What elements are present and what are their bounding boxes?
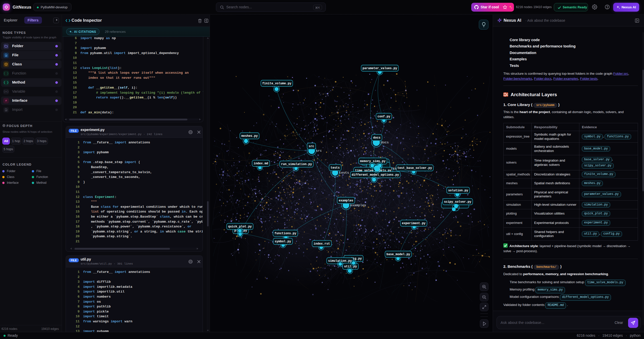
svg-text:run_simulation.py: run_simulation.py	[281, 163, 312, 166]
svg-text:scipy_solver.py: scipy_solver.py	[444, 200, 471, 204]
svg-text:index.md: index.md	[254, 162, 268, 165]
svg-text:docs: docs	[373, 136, 381, 140]
svg-text:base_model.py: base_model.py	[386, 253, 410, 256]
svg-text:tests: tests	[331, 166, 340, 170]
svg-text:examples: examples	[350, 203, 366, 207]
svg-text:different_model_options.py: different_model_options.py	[352, 173, 399, 177]
svg-text:solution.py: solution.py	[448, 189, 468, 192]
svg-text:tests: tests	[339, 171, 349, 175]
svg-text:finite_volume.py: finite_volume.py	[262, 82, 291, 85]
svg-text:docs: docs	[381, 141, 389, 144]
svg-text:functions.py: functions.py	[275, 232, 296, 235]
svg-text:experiment.py: experiment.py	[402, 222, 426, 225]
svg-text:conf.py: conf.py	[378, 115, 390, 118]
svg-text:meshes.py: meshes.py	[241, 134, 258, 138]
svg-text:examples: examples	[339, 199, 353, 202]
svg-text:memory_sims.py: memory_sims.py	[360, 160, 386, 163]
svg-text:src: src	[316, 149, 322, 153]
svg-text:test_base_solver.py: test_base_solver.py	[398, 166, 432, 170]
svg-text:rks: rks	[391, 167, 397, 171]
svg-text:src: src	[309, 145, 314, 148]
svg-text:parameter_values.py: parameter_values.py	[363, 67, 397, 70]
svg-text:simulation.py: simulation.py	[328, 259, 352, 263]
svg-text:symbol.py: symbol.py	[275, 240, 291, 243]
svg-text:index.rst: index.rst	[314, 242, 330, 246]
